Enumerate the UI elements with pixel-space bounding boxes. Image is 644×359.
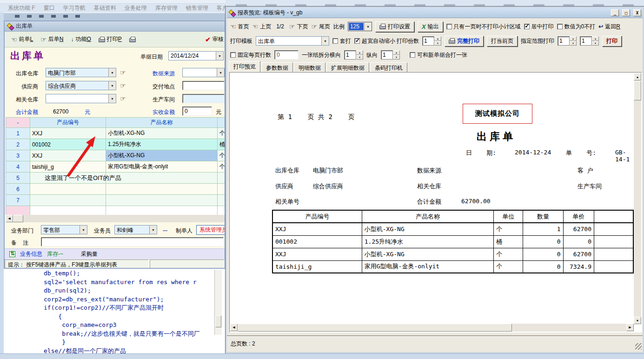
tab-ext-detail-data[interactable]: 扩展明细数据 xyxy=(326,62,369,72)
print-setup-button[interactable]: 打印设置 xyxy=(375,21,414,32)
source-combo[interactable] xyxy=(182,68,225,77)
purchase-qty-label[interactable]: 采购量 xyxy=(81,250,98,258)
date-combo[interactable]: 2014/12/24 xyxy=(168,51,224,60)
zoom-combo[interactable]: 125 xyxy=(348,22,372,31)
copies-spinner[interactable]: 1 xyxy=(422,36,441,46)
spin-down-icon[interactable] xyxy=(434,41,441,46)
spin-down-icon[interactable] xyxy=(393,55,400,60)
lookup-hand-icon[interactable] xyxy=(120,69,126,76)
code-vscrollbar[interactable] xyxy=(214,270,222,335)
business-info-link[interactable]: 业务信息 xyxy=(20,250,42,258)
checkbox-icon[interactable] xyxy=(446,24,452,29)
grid-col-name[interactable]: 产品名称 xyxy=(106,118,218,128)
tab-detail-data[interactable]: 明细数据 xyxy=(294,62,325,72)
grid-row[interactable]: 7 xyxy=(6,195,225,206)
remark-input[interactable] xyxy=(41,237,224,246)
spin-up-icon[interactable] xyxy=(356,50,363,55)
lookup-hand-icon[interactable] xyxy=(120,95,126,102)
grid-col-code[interactable]: 产品编号 xyxy=(30,118,106,128)
tab-param-data[interactable]: 参数数据 xyxy=(261,62,293,72)
menu-base-data[interactable]: 基础资料 xyxy=(90,3,120,13)
spin-up-icon[interactable] xyxy=(434,36,441,41)
last-page-button[interactable]: 尾页 xyxy=(311,23,330,31)
menu-system[interactable]: 系统功能 F xyxy=(4,3,40,13)
dropdown-arrow-icon[interactable] xyxy=(217,68,224,77)
menu-inventory[interactable]: 库存管理 xyxy=(151,3,182,13)
dropdown-arrow-icon[interactable] xyxy=(108,94,116,103)
lookup-hand-icon[interactable] xyxy=(120,82,126,89)
print-current-button[interactable]: 打当前页 xyxy=(487,36,518,47)
scrollbar-thumb[interactable] xyxy=(634,81,641,100)
grid-corner-cell[interactable]: - xyxy=(6,118,30,128)
next-page-button[interactable]: 下页 xyxy=(289,23,308,31)
dropdown-arrow-icon[interactable] xyxy=(108,68,116,77)
split-v-spinner[interactable]: 1 xyxy=(381,50,400,60)
related-warehouse-combo[interactable] xyxy=(46,94,116,103)
dropdown-arrow-icon[interactable] xyxy=(149,226,157,234)
spin-up-icon[interactable] xyxy=(393,50,400,55)
spin-down-icon[interactable] xyxy=(356,55,363,60)
checkbox-icon[interactable] xyxy=(557,24,563,29)
print-button[interactable]: 打印P xyxy=(99,35,122,43)
print-preview-button[interactable] xyxy=(129,37,136,42)
next-doc-button[interactable]: 后单N xyxy=(40,35,63,43)
dept-combo[interactable]: 零售部 xyxy=(41,225,87,234)
spin-down-icon[interactable] xyxy=(570,41,577,46)
report-window-titlebar[interactable]: 报表预览: 模板编号 - v_gb _ □ X xyxy=(227,8,643,18)
spin-up-icon[interactable] xyxy=(592,36,599,41)
merge-print-checkbox[interactable]: 可和新单据合打一张 xyxy=(410,51,467,59)
scrollbar-thumb[interactable] xyxy=(215,315,221,327)
dropdown-arrow-icon[interactable] xyxy=(108,81,116,90)
warehouse-combo[interactable]: 电脑门市部 xyxy=(46,68,116,77)
dropdown-arrow-icon[interactable] xyxy=(216,52,223,60)
maximize-button[interactable]: □ xyxy=(622,9,630,16)
tab-barcode-printer[interactable]: 条码打印机 xyxy=(370,62,407,72)
overlay-print-checkbox[interactable]: 套打 xyxy=(332,37,351,45)
tab-print-preview[interactable]: 打印预览 xyxy=(229,61,260,72)
fixed-rows-input[interactable]: 0 xyxy=(274,50,299,60)
template-combo[interactable]: 出库单 xyxy=(256,36,329,46)
checkbox-icon[interactable] xyxy=(410,52,415,58)
grid-row[interactable]: 1XXJ小型机-XG-NG个 xyxy=(6,128,225,139)
scroll-down-icon[interactable]: ▼ xyxy=(634,317,641,324)
grid-col-unit[interactable]: 单 xyxy=(218,118,225,128)
zero-skip-checkbox[interactable]: 数值为0不打 xyxy=(557,23,596,31)
menu-learning[interactable]: 学习导航 xyxy=(59,3,90,13)
range-from-spinner[interactable]: 1 xyxy=(558,36,577,46)
resize-grip[interactable] xyxy=(635,343,642,350)
export-button[interactable]: 输出 xyxy=(418,21,443,32)
print-range-button[interactable]: 打印 xyxy=(602,36,622,47)
dropdown-arrow-icon[interactable] xyxy=(80,226,87,234)
delivery-input[interactable] xyxy=(182,81,225,90)
preview-vscrollbar[interactable]: ▲ ▼ xyxy=(634,73,641,324)
minimize-button[interactable]: _ xyxy=(611,9,619,16)
no-subtotal-checkbox[interactable]: 只有一页时不打印小计区域 xyxy=(446,23,521,31)
checkbox-icon[interactable] xyxy=(332,38,338,44)
dropdown-arrow-icon[interactable] xyxy=(321,37,329,45)
checkbox-icon[interactable] xyxy=(354,38,360,44)
grid-row[interactable]: 20010021.25升纯净水桶 xyxy=(6,139,225,150)
workshop-input[interactable] xyxy=(182,94,225,103)
dropdown-arrow-icon[interactable] xyxy=(364,22,372,31)
grid-append-row[interactable] xyxy=(6,206,225,215)
menu-window[interactable]: 窗口 xyxy=(40,3,59,13)
menu-business[interactable]: 业务处理 xyxy=(120,3,151,13)
center-print-checkbox[interactable]: 居中打印 xyxy=(524,23,554,31)
grid-hscrollbar[interactable]: ◀ xyxy=(6,215,225,222)
return-button[interactable]: 返回R xyxy=(598,23,620,31)
prev-page-button[interactable]: 上页 xyxy=(252,23,272,31)
auto-shrink-checkbox[interactable]: 超宽自动缩小 xyxy=(354,37,395,45)
close-button[interactable]: X xyxy=(633,9,641,16)
grid-row[interactable]: 3XXJ小型机-XG-NG个 xyxy=(6,150,225,161)
scroll-left-icon[interactable]: ◀ xyxy=(230,324,238,331)
checkbox-icon[interactable] xyxy=(524,24,530,29)
refresh-icon[interactable] xyxy=(9,251,15,257)
supplier-combo[interactable]: 综合供应商 xyxy=(46,81,116,90)
preview-hscrollbar[interactable]: ◀ ▶ xyxy=(230,324,634,332)
scroll-up-icon[interactable]: ▲ xyxy=(634,73,641,80)
more-button[interactable]: ... xyxy=(163,226,167,233)
prev-doc-button[interactable]: 前单L xyxy=(11,35,33,43)
spin-down-icon[interactable] xyxy=(592,41,599,46)
spin-up-icon[interactable] xyxy=(570,36,577,41)
salesman-combo[interactable]: 和剑峰 xyxy=(114,225,157,234)
